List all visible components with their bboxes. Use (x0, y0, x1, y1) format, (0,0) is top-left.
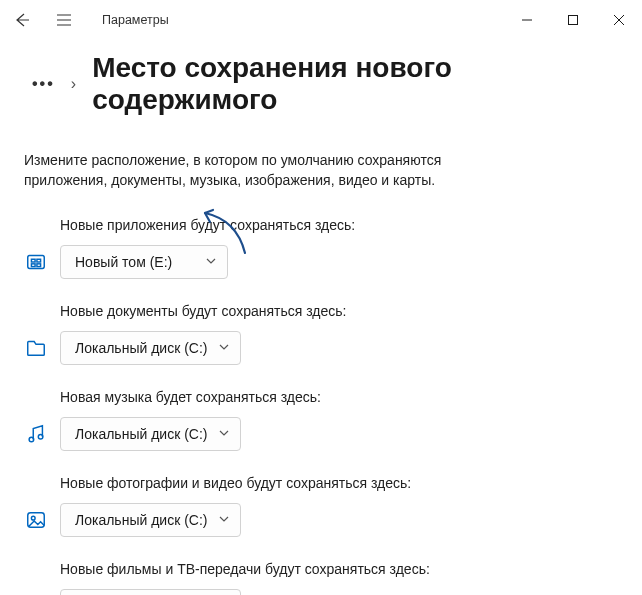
movies-location-label: Новые фильмы и ТВ-передачи будут сохраня… (60, 561, 618, 577)
page-description: Измените расположение, в котором по умол… (0, 124, 520, 201)
app-title: Параметры (102, 13, 169, 27)
svg-point-6 (29, 437, 34, 442)
documents-location-dropdown[interactable]: Локальный диск (C:) (60, 331, 241, 365)
chevron-down-icon (218, 340, 230, 356)
page-title: Место сохранения нового содержимого (92, 52, 622, 116)
chevron-down-icon (205, 254, 217, 270)
svg-rect-0 (569, 16, 578, 25)
documents-location-label: Новые документы будут сохраняться здесь: (60, 303, 618, 319)
chevron-down-icon (218, 426, 230, 442)
chevron-right-icon: › (71, 75, 76, 93)
svg-rect-3 (37, 259, 41, 262)
svg-rect-5 (37, 263, 41, 266)
svg-point-9 (31, 516, 35, 520)
svg-rect-1 (28, 255, 45, 268)
apps-location-label: Новые приложения будут сохраняться здесь… (60, 217, 618, 233)
music-icon (24, 422, 48, 446)
dropdown-value: Новый том (E:) (75, 254, 172, 270)
close-button[interactable] (596, 4, 642, 36)
apps-location-dropdown[interactable]: Новый том (E:) (60, 245, 228, 279)
back-button[interactable] (10, 8, 34, 32)
documents-icon (24, 336, 48, 360)
photos-location-label: Новые фотографии и видео будут сохранять… (60, 475, 618, 491)
photos-location-dropdown[interactable]: Локальный диск (C:) (60, 503, 241, 537)
svg-rect-4 (31, 263, 35, 266)
dropdown-value: Локальный диск (C:) (75, 512, 208, 528)
minimize-button[interactable] (504, 4, 550, 36)
photos-icon (24, 508, 48, 532)
chevron-down-icon (218, 512, 230, 528)
music-location-dropdown[interactable]: Локальный диск (C:) (60, 417, 241, 451)
breadcrumb-ellipsis[interactable]: ••• (32, 75, 55, 93)
svg-point-7 (38, 434, 43, 439)
movies-location-dropdown[interactable]: Локальный диск (C:) (60, 589, 241, 595)
maximize-button[interactable] (550, 4, 596, 36)
apps-icon (24, 250, 48, 274)
dropdown-value: Локальный диск (C:) (75, 426, 208, 442)
music-location-label: Новая музыка будет сохраняться здесь: (60, 389, 618, 405)
dropdown-value: Локальный диск (C:) (75, 340, 208, 356)
svg-rect-2 (31, 259, 35, 262)
hamburger-menu-button[interactable] (52, 8, 76, 32)
breadcrumb: ••• › Место сохранения нового содержимог… (0, 40, 642, 124)
